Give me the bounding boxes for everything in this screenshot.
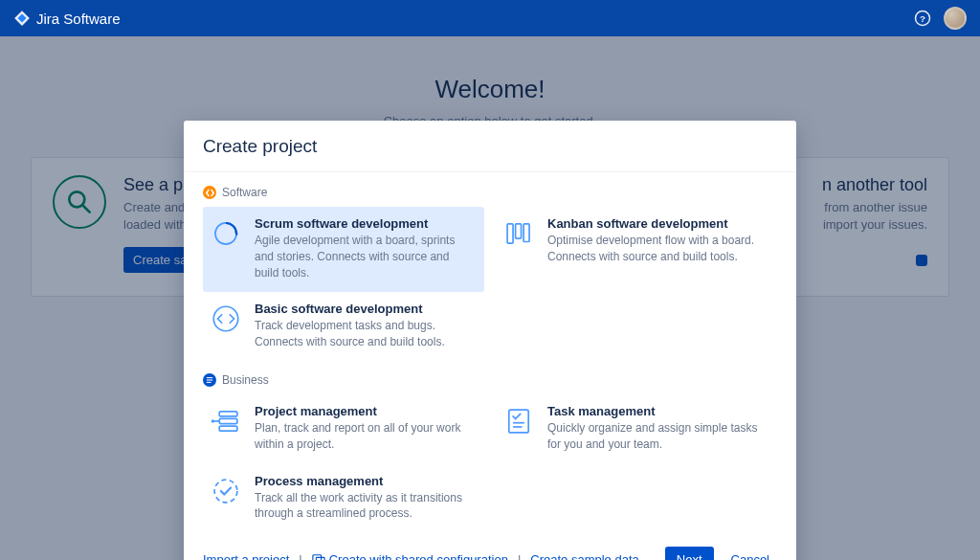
svg-rect-18 (509, 410, 528, 433)
svg-rect-6 (507, 224, 513, 243)
top-nav-bar: Jira Software ? (0, 0, 980, 36)
template-title: Project management (255, 404, 475, 418)
svg-rect-7 (516, 224, 522, 238)
template-desc: Track all the work activity as it transi… (255, 490, 475, 523)
import-project-link[interactable]: Import a project (203, 552, 289, 560)
separator: | (299, 552, 301, 560)
svg-rect-15 (219, 426, 237, 431)
template-scrum[interactable]: Scrum software development Agile develop… (203, 207, 484, 292)
create-project-modal: Create project Software Scrum software d… (184, 121, 796, 560)
jira-logo-icon (13, 10, 31, 27)
template-desc: Optimise development flow with a board. … (547, 233, 768, 265)
template-desc: Plan, track and report on all of your wo… (255, 420, 475, 453)
separator: | (518, 552, 521, 560)
svg-point-21 (214, 480, 237, 503)
create-sample-data-link[interactable]: Create sample data (530, 552, 638, 560)
template-title: Kanban software development (547, 216, 768, 231)
shared-config-icon (312, 553, 325, 560)
template-title: Scrum software development (255, 216, 475, 231)
project-icon (209, 404, 243, 438)
software-section-label: Software (203, 186, 777, 199)
software-pill-icon (203, 186, 216, 199)
business-section-label: Business (203, 373, 777, 387)
shared-config-link[interactable]: Create with shared configuration (312, 552, 508, 560)
template-project-management[interactable]: Project management Plan, track and repor… (203, 394, 484, 464)
cancel-button[interactable]: Cancel (724, 547, 777, 560)
process-icon (209, 474, 243, 508)
template-process-management[interactable]: Process management Track all the work ac… (203, 464, 484, 534)
template-basic[interactable]: Basic software development Track develop… (203, 292, 484, 362)
template-task-management[interactable]: Task management Quickly organize and ass… (496, 394, 777, 464)
template-title: Process management (255, 474, 475, 488)
kanban-icon (501, 216, 536, 251)
next-button[interactable]: Next (665, 547, 714, 560)
svg-rect-14 (219, 418, 237, 423)
svg-text:?: ? (920, 13, 925, 24)
svg-rect-13 (219, 412, 237, 416)
business-pill-icon (203, 373, 216, 387)
template-kanban[interactable]: Kanban software development Optimise dev… (496, 207, 777, 292)
user-avatar[interactable] (944, 7, 967, 30)
svg-rect-8 (523, 224, 529, 242)
task-icon (501, 404, 536, 438)
svg-point-17 (212, 419, 214, 422)
template-title: Basic software development (255, 302, 475, 316)
template-title: Task management (547, 404, 768, 418)
template-desc: Quickly organize and assign simple tasks… (547, 420, 768, 453)
app-logo[interactable]: Jira Software (13, 10, 121, 27)
scrum-icon (209, 216, 243, 251)
app-name: Jira Software (36, 11, 121, 27)
modal-footer: Import a project | Create with shared co… (184, 533, 796, 560)
help-icon[interactable]: ? (911, 7, 934, 30)
code-icon (209, 302, 243, 336)
template-desc: Agile development with a board, sprints … (255, 233, 475, 280)
modal-title: Create project (184, 121, 796, 171)
template-desc: Track development tasks and bugs. Connec… (255, 318, 475, 350)
